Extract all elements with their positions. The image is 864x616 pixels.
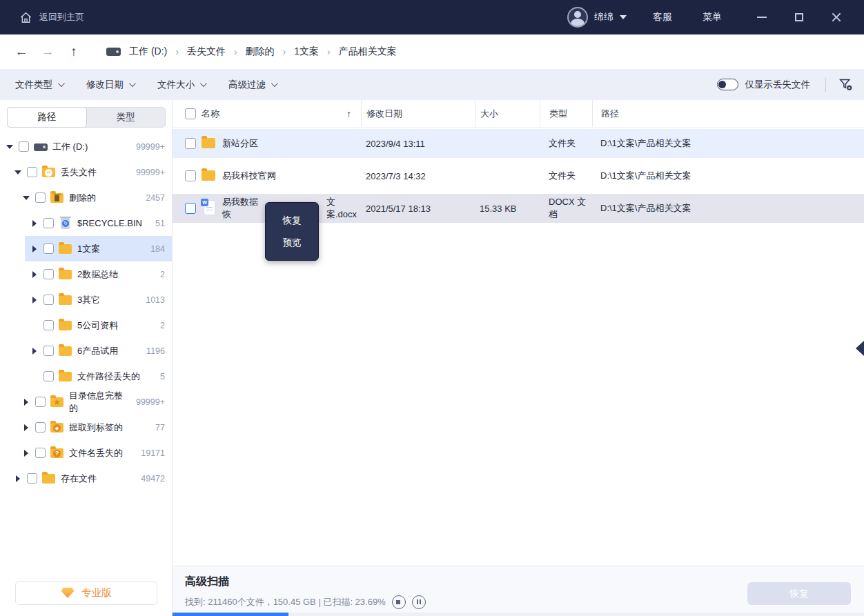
expander-open-icon[interactable]	[14, 168, 22, 177]
drive-icon	[106, 48, 121, 56]
tree-item-work-drive[interactable]: 工作 (D:) 99999+	[0, 134, 172, 159]
table-row-easeus-official-site[interactable]: 易我科技官网 2023/7/3 14:32 文件夹 D:\1文案\产品相关文案	[173, 161, 864, 190]
tree-checkbox[interactable]	[43, 371, 54, 381]
expander-closed-icon[interactable]	[30, 270, 39, 279]
tab-type[interactable]: 类型	[86, 108, 165, 127]
column-header-type[interactable]: 类型	[549, 108, 567, 120]
tree-item-5-company-info[interactable]: 5公司资料 2	[0, 312, 172, 338]
clear-filter-icon[interactable]	[838, 77, 853, 92]
expander-open-icon[interactable]	[6, 143, 14, 151]
show-lost-files-toggle[interactable]	[717, 79, 738, 90]
maximize-icon	[795, 13, 803, 21]
filter-dropdown-file-size[interactable]: 文件大小	[157, 79, 205, 91]
tree-item-1-copywriting[interactable]: 1文案 184	[0, 236, 172, 261]
nav-up-button[interactable]: ↑	[61, 44, 87, 59]
expander-closed-icon[interactable]	[30, 245, 39, 253]
file-path: D:\1文案\产品相关文案	[592, 161, 864, 190]
tree-checkbox[interactable]	[43, 346, 54, 356]
recover-button[interactable]: 恢复	[747, 582, 851, 605]
tree-item-deleted[interactable]: 删除的 2457	[0, 185, 172, 210]
nav-back-button[interactable]: ←	[8, 44, 35, 59]
tree-checkbox[interactable]	[35, 192, 46, 203]
column-header-size[interactable]: 大小	[480, 108, 498, 120]
tree-item-existing-files[interactable]: 存在文件 49472	[0, 466, 172, 491]
expander-closed-icon[interactable]	[30, 219, 39, 228]
expander-closed-icon[interactable]	[14, 475, 22, 483]
tab-path[interactable]: 路径	[7, 107, 87, 128]
expander-placeholder	[30, 372, 39, 381]
tree-item-count: 1196	[146, 346, 172, 356]
breadcrumb-item-lost-files[interactable]: 丢失文件	[187, 46, 226, 58]
tree-checkbox[interactable]	[43, 244, 54, 254]
breadcrumb-item-drive[interactable]: 工作 (D:)	[129, 46, 167, 58]
breadcrumb-item-current[interactable]: 产品相关文案	[339, 46, 397, 58]
expander-closed-icon[interactable]	[22, 398, 30, 406]
back-to-home-button[interactable]: 返回到主页	[0, 11, 84, 24]
tree-item-6-product-trial[interactable]: 6产品试用 1196	[0, 338, 172, 364]
context-menu-item-recover[interactable]: 恢复	[266, 213, 318, 228]
tree-checkbox[interactable]	[35, 448, 46, 458]
close-button[interactable]	[827, 8, 846, 27]
filter-dropdown-file-type[interactable]: 文件类型	[15, 79, 63, 91]
star-badge-icon: ★	[53, 399, 61, 406]
tree-item-path-lost[interactable]: 文件路径丢失的 5	[0, 364, 172, 389]
breadcrumb-item-folder1[interactable]: 1文案	[294, 46, 319, 58]
tree-checkbox[interactable]	[43, 295, 54, 305]
column-header-name[interactable]: 名称	[202, 108, 219, 120]
pause-scan-button[interactable]	[412, 595, 426, 609]
breadcrumb-item-deleted[interactable]: 删除的	[246, 46, 275, 58]
tree-item-2-data-summary[interactable]: 2数据总结 2	[0, 261, 172, 287]
chevron-down-icon	[200, 80, 207, 87]
tree-item-filename-lost[interactable]: ? 文件名丢失的 19171	[0, 440, 172, 466]
nav-forward-button[interactable]: →	[35, 44, 61, 59]
expander-closed-icon[interactable]	[22, 449, 30, 457]
filter-dropdown-advanced[interactable]: 高级过滤	[228, 79, 276, 91]
tree-item-extracted-tags[interactable]: ◆ 提取到标签的 77	[0, 415, 172, 440]
row-checkbox[interactable]	[185, 170, 196, 181]
folder-icon	[202, 170, 215, 181]
select-all-checkbox[interactable]	[185, 108, 196, 119]
tree-item-label: 1文案	[77, 243, 100, 255]
folder-icon	[59, 270, 72, 279]
tree-item-lost-files[interactable]: − 丢失文件 99999+	[0, 159, 172, 185]
tree-checkbox[interactable]	[35, 422, 46, 433]
tree-checkbox[interactable]	[43, 269, 54, 279]
tree-checkbox[interactable]	[27, 473, 37, 484]
tree-checkbox[interactable]	[43, 218, 54, 228]
user-account-menu[interactable]: 绵绵	[567, 7, 627, 28]
filter-dropdown-modified-date[interactable]: 修改日期	[86, 79, 134, 91]
tree-checkbox[interactable]	[35, 397, 46, 407]
menu-button[interactable]: 菜单	[703, 11, 722, 23]
column-header-modified[interactable]: 修改日期	[366, 108, 402, 120]
scan-progress-bar	[173, 613, 864, 616]
tree-item-label: 3其它	[77, 294, 100, 306]
expander-closed-icon[interactable]	[22, 424, 30, 432]
table-row-new-site-partition[interactable]: 新站分区 2023/9/4 13:11 文件夹 D:\1文案\产品相关文案	[173, 129, 864, 158]
sort-ascending-icon[interactable]: ↑	[346, 108, 351, 119]
tree-checkbox[interactable]	[27, 167, 37, 177]
chevron-down-icon	[271, 80, 278, 87]
expander-closed-icon[interactable]	[30, 296, 39, 304]
expander-open-icon[interactable]	[22, 194, 30, 202]
minimize-button[interactable]	[752, 8, 772, 27]
support-button[interactable]: 客服	[653, 11, 672, 23]
filter-dropdown-label: 文件大小	[157, 79, 195, 91]
maximize-button[interactable]	[789, 8, 809, 27]
row-checkbox[interactable]	[185, 138, 196, 149]
upgrade-pro-button[interactable]: 专业版	[15, 581, 157, 605]
stop-scan-button[interactable]	[392, 595, 406, 609]
expander-closed-icon[interactable]	[30, 347, 39, 355]
column-header-path[interactable]: 路径	[601, 108, 619, 120]
tree-item-directory-complete[interactable]: ★ 目录信息完整的 99999+	[0, 389, 172, 415]
tree-item-3-others[interactable]: 3其它 1013	[0, 287, 172, 312]
tree-checkbox[interactable]	[19, 141, 29, 152]
context-menu-item-preview[interactable]: 预览	[266, 235, 318, 250]
tree-checkbox[interactable]	[43, 320, 54, 330]
row-checkbox[interactable]	[185, 203, 196, 214]
collapse-panel-handle[interactable]	[856, 341, 864, 356]
tree-item-label: 5公司资料	[77, 319, 118, 332]
word-badge-icon: W	[201, 199, 208, 206]
tree-item-recycle-bin[interactable]: ↻ $RECYCLE.BIN 51	[0, 210, 172, 236]
tree-item-label: 工作 (D:)	[52, 141, 88, 153]
tree-item-count: 2	[160, 321, 172, 330]
